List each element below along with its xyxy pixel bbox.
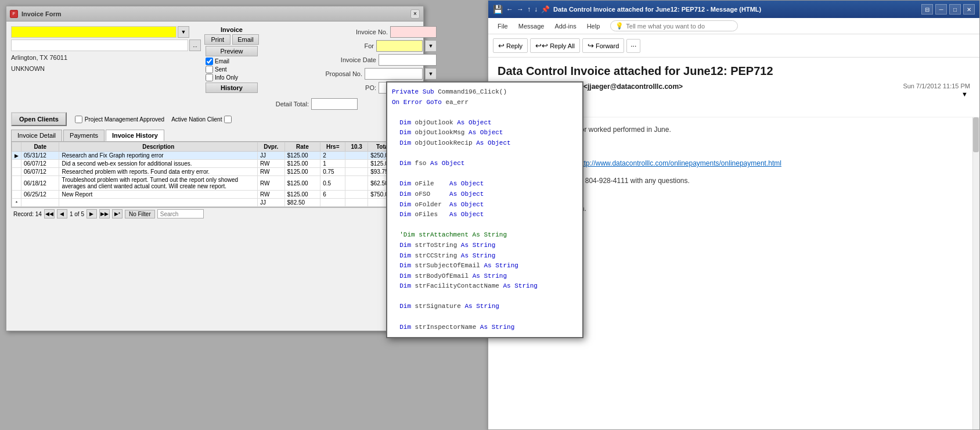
window-controls: ⊟ ─ □ ✕ xyxy=(921,4,975,15)
table-row[interactable]: 06/25/12 New Report RW $125.00 6 $750.00 xyxy=(12,191,418,199)
minimize-btn[interactable]: ─ xyxy=(935,4,947,15)
nav-up-icon[interactable]: ↑ xyxy=(527,5,531,13)
tab-invoice-history[interactable]: Invoice History xyxy=(106,130,164,141)
sent-checkbox-row: Sent xyxy=(206,66,258,73)
expand-header-btn[interactable]: ▼ xyxy=(959,89,970,99)
for-dropdown-btn[interactable]: ▼ xyxy=(425,40,437,52)
table-row[interactable]: 06/07/12 Did a second web-ex session for… xyxy=(12,160,418,168)
payment-link[interactable]: http://www.datacontrolllc.com/onlinepaym… xyxy=(578,159,781,167)
proposal-no-label: Proposal No. xyxy=(316,70,362,77)
tab-payments[interactable]: Payments xyxy=(63,130,105,141)
more-actions-btn[interactable]: ··· xyxy=(626,39,640,53)
cell-col6 xyxy=(345,152,368,160)
email-button[interactable]: Email xyxy=(232,34,259,45)
code-line: On Error GoTo ea_err xyxy=(392,98,578,108)
detail-total-input[interactable]: $1,281 xyxy=(311,98,358,110)
cell-col6 xyxy=(345,191,368,199)
info-only-checkbox-row: Info Only xyxy=(206,74,258,81)
record-count: 1 of 5 xyxy=(70,211,84,217)
history-button[interactable]: History xyxy=(206,83,258,93)
invoice-table-wrapper: Date Description Dvpr. Rate Hrs= 10.3 To… xyxy=(11,141,419,207)
nav-back-icon[interactable]: ← xyxy=(506,5,513,13)
filter-button[interactable]: No Filter xyxy=(125,210,155,218)
project-mgmt-checkbox[interactable] xyxy=(75,116,82,123)
nav-first-btn[interactable]: ◀◀ xyxy=(44,209,55,218)
tab-invoice-detail[interactable]: Invoice Detail xyxy=(11,130,62,141)
table-row[interactable]: * JJ $82.50 xyxy=(12,199,418,207)
resize-btn[interactable]: ⊟ xyxy=(921,4,933,15)
invoice-date-input[interactable]: 07/01/2012 xyxy=(379,54,437,66)
cell-desc: Troubleshoot problem with report. Turned… xyxy=(59,176,258,191)
reply-all-button[interactable]: ↩↩ Reply All xyxy=(530,38,580,53)
col-description: Description xyxy=(59,142,258,152)
sent-checkbox[interactable] xyxy=(206,66,213,73)
maximize-btn[interactable]: □ xyxy=(949,4,961,15)
record-label: Record: 14 xyxy=(13,211,42,217)
menu-addins[interactable]: Add-ins xyxy=(550,21,581,31)
client-ellipsis-btn[interactable]: ... xyxy=(189,40,201,51)
table-row[interactable]: ▶ 05/31/12 Research and Fix Graph report… xyxy=(12,152,418,160)
preview-button[interactable]: Preview xyxy=(206,46,258,56)
client-input[interactable]: Pepsi International \ ATTN: John Bowden xyxy=(11,26,176,38)
invoice-date-row: Invoice Date 07/01/2012 xyxy=(262,54,437,66)
code-line: Dim objOutlookRecip As Object xyxy=(392,138,578,149)
client-address-input[interactable]: 1000 113th Street xyxy=(11,40,188,51)
code-line: Dim fso As Object xyxy=(392,159,578,169)
invoice-table: Date Description Dvpr. Rate Hrs= 10.3 To… xyxy=(12,142,418,207)
menu-message[interactable]: Message xyxy=(514,21,549,31)
proposal-no-input[interactable] xyxy=(365,68,423,80)
row-selector xyxy=(12,168,21,176)
open-clients-button[interactable]: Open Clients xyxy=(11,112,67,126)
cell-rate: $125.00 xyxy=(284,160,320,168)
code-line: Dim strToString As String xyxy=(392,241,578,251)
email-menu-bar: File Message Add-ins Help 💡 xyxy=(488,18,979,34)
menu-help[interactable]: Help xyxy=(582,21,605,31)
active-nation-checkbox[interactable] xyxy=(224,116,232,123)
search-input[interactable] xyxy=(157,209,204,218)
nav-new-btn[interactable]: ▶* xyxy=(112,209,123,218)
forward-button[interactable]: ↪ Forward xyxy=(582,38,624,53)
scrollbar-track[interactable] xyxy=(972,117,979,429)
invoice-no-input[interactable]: PEP712 xyxy=(390,26,437,38)
window-title: Invoice Form xyxy=(21,10,61,17)
for-input[interactable]: June12 xyxy=(376,40,423,52)
tell-me-input[interactable] xyxy=(626,23,733,30)
scrollbar-thumb[interactable] xyxy=(973,117,979,152)
code-line: Dim oFiles As Object xyxy=(392,210,578,220)
code-line: Dim objOutlookMsg As Object xyxy=(392,128,578,138)
nav-prev-btn[interactable]: ◀ xyxy=(57,209,67,218)
code-line: Dim strSignature As String xyxy=(392,302,578,312)
cell-desc: Research and Fix Graph reporting error xyxy=(59,152,258,160)
table-row[interactable]: 06/07/12 Researched problem with reports… xyxy=(12,168,418,176)
cell-col6 xyxy=(345,160,368,168)
col-10-3: 10.3 xyxy=(345,142,368,152)
email-titlebar: 💾 ← → ↑ ↓ 📌 Data Control Invoice attache… xyxy=(488,1,979,18)
print-button[interactable]: Print xyxy=(204,34,230,45)
code-line xyxy=(392,220,578,231)
cell-desc: New Report xyxy=(59,191,258,199)
app-icon: F xyxy=(10,10,18,18)
close-button[interactable]: × xyxy=(410,9,420,19)
reply-button[interactable]: ↩ Reply xyxy=(493,38,528,53)
menu-file[interactable]: File xyxy=(493,21,513,31)
invoice-form-window: F Invoice Form × Pepsi International \ A… xyxy=(6,6,424,331)
client-dropdown-btn[interactable]: ▼ xyxy=(178,26,189,38)
nav-next-btn[interactable]: ▶ xyxy=(87,209,97,218)
nav-last-btn[interactable]: ▶▶ xyxy=(99,209,110,218)
table-row[interactable]: 06/18/12 Troubleshoot problem with repor… xyxy=(12,176,418,191)
nav-down-icon[interactable]: ↓ xyxy=(534,5,538,13)
col-date: Date xyxy=(21,142,59,152)
for-row: For June12 ▼ xyxy=(262,40,437,52)
cell-col6 xyxy=(345,199,368,207)
nav-forward-nav-icon[interactable]: → xyxy=(517,5,524,13)
table-header-row: Date Description Dvpr. Rate Hrs= 10.3 To… xyxy=(12,142,418,152)
proposal-dropdown-btn[interactable]: ▼ xyxy=(425,68,437,80)
reply-icon: ↩ xyxy=(498,41,505,50)
close-win-btn[interactable]: ✕ xyxy=(963,4,975,15)
code-line: Dim strFacilityContactName As String xyxy=(392,281,578,292)
email-checkbox[interactable] xyxy=(206,58,213,65)
for-label: For xyxy=(327,42,374,49)
pin-icon[interactable]: 📌 xyxy=(541,5,550,13)
info-only-checkbox[interactable] xyxy=(206,74,213,81)
tell-me-box[interactable]: 💡 xyxy=(610,20,738,31)
